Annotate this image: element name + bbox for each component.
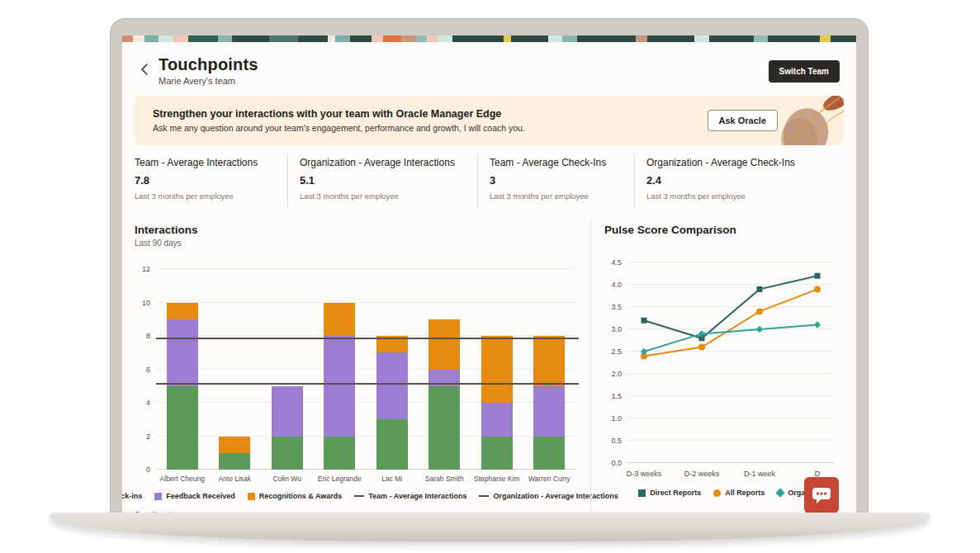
laptop-frame: Touchpoints Marie Avery's team Switch Te… (110, 18, 869, 513)
x-axis-label: Warren Curry (523, 475, 576, 483)
legend-item[interactable]: Team - Average Interactions (354, 492, 466, 500)
legend-item[interactable]: Check-ins (122, 492, 142, 500)
bar-slots (156, 269, 575, 470)
interactions-chart-section: Interactions Last 90 days 024681012 Albe… (122, 217, 590, 513)
bar-stack[interactable] (219, 437, 250, 470)
kpi-org-avg-checkins: Organization - Average Check-Ins 2.4 Las… (634, 154, 844, 209)
y-axis-tick: 4 (146, 399, 150, 407)
title-block: Touchpoints Marie Avery's team (159, 55, 258, 86)
data-point[interactable] (756, 326, 763, 333)
data-point[interactable] (756, 308, 763, 314)
decorative-banner-strip (122, 35, 856, 42)
bar-segment-feedback-received[interactable] (376, 352, 408, 419)
x-axis-label: Sarah Smith (419, 475, 471, 483)
bar-segment-feedback-received[interactable] (167, 319, 198, 386)
bar-group (419, 269, 471, 470)
y-axis-tick: 8 (146, 332, 150, 340)
page-title: Touchpoints (159, 55, 258, 74)
y-axis-tick: 1.0 (611, 414, 622, 423)
bar-segment-recognitions-awards[interactable] (428, 319, 460, 370)
bar-segment-recognitions-awards[interactable] (481, 336, 513, 403)
bar-group (471, 269, 523, 470)
bar-group (314, 269, 367, 470)
legend-swatch (479, 495, 489, 497)
pulse-x-labels: D-3 weeksD-2 weeksD-1 weekD (627, 470, 834, 480)
y-axis-tick: 10 (142, 299, 150, 307)
bar-segment-recognitions-awards[interactable] (167, 303, 198, 319)
bar-stack[interactable] (324, 303, 355, 470)
page-header: Touchpoints Marie Avery's team Switch Te… (122, 42, 856, 91)
bar-segment-recognitions-awards[interactable] (533, 336, 565, 386)
pulse-chart-title: Pulse Score Comparison (604, 224, 856, 236)
legend-swatch (248, 493, 255, 500)
legend-label: Feedback Received (166, 492, 235, 500)
interactions-chart-subtitle: Last 90 days (135, 239, 579, 248)
bar-stack[interactable] (533, 336, 565, 470)
kpi-team-avg-interactions: Team - Average Interactions 7.8 Last 3 m… (135, 154, 287, 209)
data-point[interactable] (814, 321, 821, 328)
bar-stack[interactable] (428, 319, 460, 470)
switch-team-button[interactable]: Switch Team (769, 60, 840, 83)
bar-stack[interactable] (376, 336, 408, 470)
y-axis-tick: 2 (146, 432, 150, 441)
legend-item[interactable]: Feedback Received (154, 492, 235, 500)
chat-button[interactable] (804, 477, 839, 513)
back-button[interactable] (137, 59, 152, 83)
data-point[interactable] (757, 286, 763, 292)
banner-title: Strengthen your interactions with your t… (153, 108, 525, 120)
bar-segment-check-ins[interactable] (376, 419, 408, 470)
bar-segment-recognitions-awards[interactable] (324, 303, 355, 337)
bar-segment-feedback-received[interactable] (533, 386, 565, 437)
kpi-caption: Last 3 months per employee (135, 191, 279, 201)
bar-group (366, 269, 419, 470)
bar-stack[interactable] (272, 386, 303, 470)
x-axis-label: D-3 weeks (627, 470, 662, 478)
legend-swatch (713, 489, 721, 497)
bar-segment-feedback-received[interactable] (481, 403, 513, 437)
y-axis-tick: 0.5 (611, 437, 622, 445)
data-point[interactable] (815, 273, 821, 279)
kpi-row: Team - Average Interactions 7.8 Last 3 m… (135, 154, 844, 209)
chevron-left-icon (140, 64, 149, 75)
legend-item[interactable]: All Reports (713, 489, 765, 497)
chat-bubble-icon (811, 485, 832, 505)
x-axis-label: D-1 week (744, 470, 775, 478)
y-axis-tick: 3.5 (611, 303, 622, 311)
legend-swatch (354, 495, 364, 497)
bar-segment-feedback-received[interactable] (324, 336, 355, 437)
app-screen: Touchpoints Marie Avery's team Switch Te… (122, 35, 856, 513)
bar-segment-check-ins[interactable] (481, 437, 513, 470)
bar-segment-feedback-received[interactable] (272, 386, 303, 437)
bar-stack[interactable] (481, 336, 513, 470)
kpi-caption: Last 3 months per employee (646, 191, 836, 201)
bar-stack[interactable] (167, 303, 198, 470)
x-axis-label: Eric Legrande (314, 475, 367, 483)
bar-segment-check-ins[interactable] (324, 437, 355, 470)
legend-swatch (638, 489, 646, 497)
interactions-chart-title: Interactions (135, 224, 579, 236)
legend-item[interactable]: Recognitions & Awards (248, 492, 343, 500)
kpi-caption: Last 3 months per employee (490, 191, 626, 201)
kpi-caption: Last 3 months per employee (300, 191, 469, 201)
bar-segment-check-ins[interactable] (533, 437, 565, 470)
bar-segment-check-ins[interactable] (428, 386, 460, 470)
x-axis-label: Stephanie Kim (471, 475, 523, 483)
bar-group (261, 269, 314, 470)
bar-segment-check-ins[interactable] (167, 386, 198, 470)
bar-segment-recognitions-awards[interactable] (219, 437, 250, 453)
data-point[interactable] (698, 344, 705, 351)
data-point[interactable] (641, 318, 647, 324)
y-axis-tick: 0.0 (611, 459, 622, 467)
reference-line (156, 338, 579, 339)
bar-segment-check-ins[interactable] (219, 453, 250, 470)
y-axis-tick: 6 (146, 366, 150, 374)
bar-segment-check-ins[interactable] (272, 437, 303, 470)
pulse-plot: 0.00.51.01.52.02.53.03.54.04.5 (627, 262, 834, 463)
legend-label: All Reports (725, 489, 765, 497)
banner-subtitle: Ask me any question around your team's e… (153, 123, 525, 133)
x-axis-label: Ante Lisak (209, 475, 262, 483)
reference-line (156, 383, 579, 385)
data-point[interactable] (814, 286, 821, 292)
legend-item[interactable]: Direct Reports (638, 489, 701, 497)
laptop-base (50, 513, 930, 541)
